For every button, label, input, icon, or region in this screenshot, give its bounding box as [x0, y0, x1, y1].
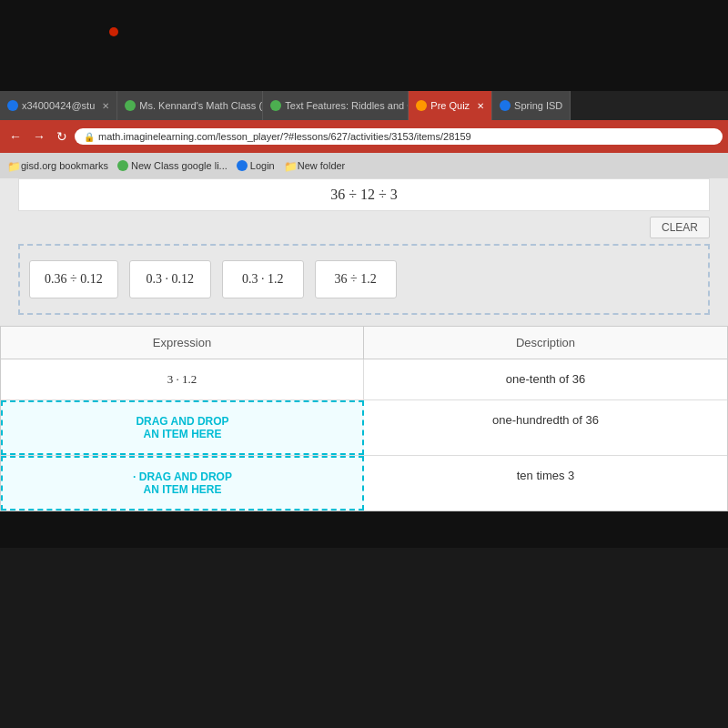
tab-icon-text	[270, 100, 281, 111]
bookmark-gisd-label: gisd.org bookmarks	[21, 160, 108, 171]
address-bar-row: ← → ↻ 🔒 math.imaginelearning.com/lesson_…	[0, 120, 728, 153]
table-cell-expr-1: 3 · 1.2	[1, 359, 364, 399]
clear-button[interactable]: CLEAR	[650, 217, 710, 238]
tab-icon-student	[7, 100, 18, 111]
tab-text-features[interactable]: Text Features: Riddles and Gam ✕	[263, 91, 409, 120]
refresh-button[interactable]: ↻	[53, 127, 71, 146]
drag-items-area: 0.36 ÷ 0.12 0.3 · 0.12 0.3 · 1.2 36 ÷ 1.…	[18, 244, 710, 315]
tab-label-prequiz: Pre Quiz	[430, 100, 470, 111]
matching-table: Expression Description 3 · 1.2 one-tenth…	[0, 326, 728, 511]
table-header: Expression Description	[1, 327, 727, 359]
drag-card-1-label: 0.36 ÷ 0.12	[45, 272, 103, 286]
tab-springisd[interactable]: Spring ISD	[492, 91, 571, 120]
desc-3-text: ten times 3	[517, 469, 575, 482]
bookmark-newfolder[interactable]: 📁 New folder	[284, 160, 346, 171]
bookmark-login[interactable]: Login	[237, 160, 275, 171]
close-tab-student[interactable]: ✕	[102, 101, 109, 111]
close-tab-prequiz[interactable]: ✕	[477, 101, 484, 111]
bookmark-newclass-label: New Class google li...	[131, 160, 228, 171]
desc-1-text: one-tenth of 36	[506, 372, 585, 386]
desc-2-text: one-hundredth of 36	[492, 413, 599, 427]
back-button[interactable]: ←	[5, 127, 25, 146]
table-cell-desc-3: ten times 3	[364, 456, 727, 511]
drag-card-2[interactable]: 0.3 · 0.12	[129, 260, 211, 298]
tab-icon-spring	[500, 100, 511, 111]
drop-zone-2-label: · DRAG AND DROP AN ITEM HERE	[133, 470, 232, 496]
lock-icon: 🔒	[84, 132, 95, 142]
tab-icon-math	[125, 100, 136, 111]
table-cell-desc-2: one-hundredth of 36	[364, 400, 727, 455]
tab-label-text: Text Features: Riddles and Gam	[285, 100, 409, 111]
drop-zone-1-label: DRAG AND DROP AN ITEM HERE	[136, 415, 228, 440]
bookmark-login-label: Login	[250, 160, 275, 171]
drop-zone-2[interactable]: · DRAG AND DROP AN ITEM HERE	[1, 456, 364, 511]
bookmark-newclass[interactable]: New Class google li...	[117, 160, 228, 171]
forward-button[interactable]: →	[29, 127, 49, 146]
table-row-3: · DRAG AND DROP AN ITEM HERE ten times 3	[1, 456, 727, 511]
tab-math-class[interactable]: Ms. Kennard's Math Class (Goo ✕	[117, 91, 263, 120]
icon-login	[237, 160, 248, 171]
tab-bar: x34000424@stu ✕ Ms. Kennard's Math Class…	[0, 91, 728, 120]
expr-1-text: 3 · 1.2	[167, 372, 197, 386]
table-cell-desc-1: one-tenth of 36	[364, 359, 727, 399]
tab-prequiz[interactable]: Pre Quiz ✕	[409, 91, 492, 120]
bookmark-gisd[interactable]: 📁 gisd.org bookmarks	[7, 160, 108, 171]
table-row-1: 3 · 1.2 one-tenth of 36	[1, 359, 727, 400]
browser-chrome: x34000424@stu ✕ Ms. Kennard's Math Class…	[0, 91, 728, 178]
screen-bezel	[0, 0, 728, 91]
header-expression: Expression	[1, 327, 364, 359]
top-expression-text: 36 ÷ 12 ÷ 3	[330, 187, 398, 202]
folder-icon-new: 📁	[284, 160, 295, 171]
drag-card-4[interactable]: 36 ÷ 1.2	[315, 260, 397, 298]
page-content: 36 ÷ 12 ÷ 3 CLEAR 0.36 ÷ 0.12 0.3 · 0.12…	[0, 178, 728, 511]
clear-button-row: CLEAR	[0, 211, 728, 244]
bookmark-newfolder-label: New folder	[298, 160, 346, 171]
drag-card-4-label: 36 ÷ 1.2	[335, 272, 377, 286]
address-bar[interactable]: 🔒 math.imaginelearning.com/lesson_player…	[75, 128, 723, 145]
drag-card-2-label: 0.3 · 0.12	[146, 272, 194, 286]
address-text: math.imaginelearning.com/lesson_player/?…	[98, 131, 471, 142]
drop-zone-1[interactable]: DRAG AND DROP AN ITEM HERE	[1, 400, 364, 455]
tab-label-math: Ms. Kennard's Math Class (Goo	[139, 100, 263, 111]
drag-card-1[interactable]: 0.36 ÷ 0.12	[29, 260, 118, 298]
drag-card-3[interactable]: 0.3 · 1.2	[222, 260, 304, 298]
camera-dot	[109, 27, 118, 36]
bookmarks-bar: 📁 gisd.org bookmarks New Class google li…	[0, 153, 728, 178]
header-description: Description	[364, 327, 727, 359]
tab-label-student: x34000424@stu	[22, 100, 95, 111]
drag-card-3-label: 0.3 · 1.2	[242, 272, 284, 286]
top-expression-display: 36 ÷ 12 ÷ 3	[18, 178, 710, 211]
bottom-bezel	[0, 511, 728, 548]
icon-newclass	[117, 160, 128, 171]
table-row-2: DRAG AND DROP AN ITEM HERE one-hundredth…	[1, 400, 727, 456]
tab-student[interactable]: x34000424@stu ✕	[0, 91, 117, 120]
folder-icon-gisd: 📁	[7, 160, 18, 171]
tab-label-spring: Spring ISD	[514, 100, 562, 111]
tab-icon-prequiz	[416, 100, 427, 111]
